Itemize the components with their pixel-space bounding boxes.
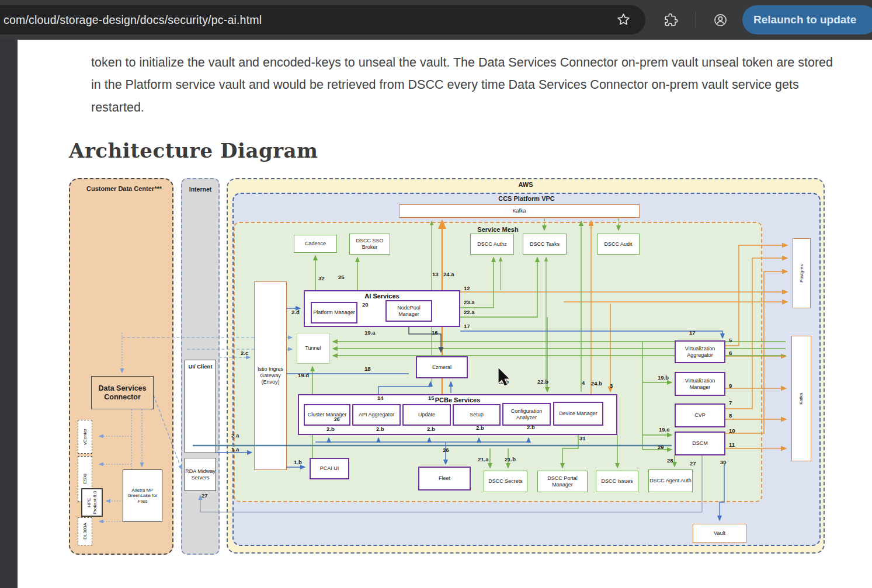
flow-label-1a: 1.a: [231, 446, 239, 453]
flow-label-2a: 2.a: [231, 432, 239, 439]
internet-label: Internet: [182, 186, 218, 193]
flow-label-24b: 24.b: [591, 380, 602, 387]
flow-label-29: 29: [658, 444, 664, 450]
node-dscc-sso-broker: DSCC SSO Broker: [349, 234, 390, 255]
node-device-manager: Device Manager: [553, 402, 603, 426]
node-dscc-authz: DSCC Authz: [470, 234, 514, 255]
node-configuration-analyzer: Configuration Analyzer: [502, 403, 551, 426]
star-icon[interactable]: [616, 12, 631, 27]
node-alletra-greenlake: Alletra MP GreenLake for Files: [123, 469, 162, 522]
flow-label-24a: 24.a: [443, 271, 454, 277]
flow-label-18: 18: [364, 366, 371, 372]
flow-label-26: 26: [443, 447, 449, 453]
flow-label-15: 15: [428, 395, 435, 401]
flow-label-28: 28: [667, 457, 673, 464]
flow-label-5: 5: [729, 337, 732, 343]
flow-label-7: 7: [729, 399, 732, 406]
flow-label-2b3: 2.b: [427, 426, 435, 432]
flow-label-4: 4: [582, 380, 585, 386]
node-virtualization-manager: Virtualization Manager: [675, 372, 725, 396]
flow-label-19d: 19.d: [298, 372, 309, 378]
node-vault: Vault: [693, 524, 746, 543]
flow-label-26s: 26: [334, 416, 339, 422]
flow-label-19b: 19.b: [658, 374, 669, 381]
flow-label-10: 10: [729, 427, 735, 434]
page-title: Architecture Diagram: [69, 139, 318, 162]
flow-label-22a: 22.a: [464, 309, 475, 315]
flow-label-2b1: 2.b: [326, 426, 335, 432]
node-api-aggregator: API Aggregator: [352, 404, 401, 426]
node-dscc-secrets: DSCC Secrets: [484, 471, 527, 492]
node-virtualization-aggregator: Virtualization Aggregator: [675, 340, 725, 363]
person-icon[interactable]: [713, 13, 728, 27]
node-postgres: Postgres: [793, 238, 811, 308]
flow-label-12: 12: [464, 285, 470, 291]
relaunch-to-update-button[interactable]: Relaunch to update: [742, 5, 872, 34]
node-ui-client: UI/ Client: [185, 360, 216, 453]
flow-label-2b4: 2.b: [476, 425, 484, 431]
node-dl380a: DL380A: [78, 517, 92, 545]
ai-services-title: AI Services: [305, 293, 459, 300]
body-paragraph: token to initialize the vault and encode…: [91, 51, 834, 119]
flow-label-2b2: 2.b: [376, 426, 384, 432]
flow-label-2c: 2.c: [241, 350, 248, 356]
node-data-services-connector: Data Services Connector: [91, 376, 154, 409]
window-left-edge: [0, 40, 18, 588]
flow-label-27b: 27: [690, 460, 696, 467]
aws-label: AWS: [228, 181, 824, 188]
node-nodepool-manager: NodePool Manager: [385, 300, 432, 322]
flow-label-21b: 21.b: [505, 456, 516, 462]
flow-label-11: 11: [729, 441, 735, 448]
flow-label-19c: 19.c: [659, 426, 670, 433]
node-tunnel: Tunnel: [297, 333, 329, 364]
flow-label-13: 13: [432, 271, 439, 277]
flow-label-21a: 21.a: [478, 456, 489, 462]
flow-label-31: 31: [579, 435, 586, 441]
node-hpe-proliant: HPE Proliant 8.0: [81, 488, 103, 517]
address-bar[interactable]: com/cloud/storage-design/docs/security/p…: [0, 5, 645, 34]
url-text[interactable]: com/cloud/storage-design/docs/security/p…: [4, 13, 262, 27]
node-dscc-issues: DSCC Issues: [596, 471, 638, 492]
node-fleet: Fleet: [418, 467, 471, 490]
flow-label-23b: 23.b: [498, 378, 509, 385]
node-kafka-right: Kafka: [791, 336, 811, 461]
flow-label-2b5: 2.b: [527, 424, 535, 430]
flow-label-27a: 27: [202, 492, 208, 499]
flow-label-16: 16: [432, 329, 438, 336]
node-dscc-audit: DSCC Audit: [597, 234, 640, 255]
puzzle-icon[interactable]: [663, 13, 678, 27]
customer-data-center-label: Customer Data Center***: [86, 185, 162, 192]
flow-label-20: 20: [362, 301, 369, 308]
relaunch-label: Relaunch to update: [753, 13, 856, 26]
node-dscc-agent-auth: DSCC Agent Auth: [648, 469, 693, 492]
node-rda-midway-servers: RDA Midway Servers: [185, 458, 216, 491]
node-platform-manager: Platform Manager: [311, 302, 357, 323]
flow-label-17b: 17: [689, 329, 696, 336]
node-setup: Setup: [453, 404, 501, 426]
node-cvp: CVP: [675, 403, 725, 427]
flow-label-9: 9: [729, 382, 732, 389]
flow-label-2d: 2.d: [291, 309, 300, 315]
node-dscc-portal-manager: DSCC Portal Manager: [537, 471, 588, 492]
flow-label-22b: 22.b: [537, 378, 548, 385]
flow-label-14: 14: [377, 395, 384, 401]
flow-label-6: 6: [729, 350, 732, 356]
node-ezmeral: Ezmeral: [416, 356, 468, 378]
node-cluster-manager: Cluster Manager: [304, 404, 350, 426]
node-update: Update: [402, 404, 451, 426]
flow-label-32: 32: [318, 275, 325, 281]
vpc-label: CCS Platform VPC: [234, 195, 819, 202]
flow-label-1b: 1.b: [294, 459, 302, 465]
node-dscm: DSCM: [675, 432, 725, 455]
flow-label-17a: 17: [464, 323, 470, 329]
flow-label-8: 8: [729, 412, 732, 419]
flow-label-25: 25: [338, 274, 345, 280]
browser-toolbar: com/cloud/storage-design/docs/security/p…: [0, 0, 872, 40]
service-mesh-label: Service Mesh: [235, 226, 761, 233]
flow-label-23a: 23.a: [464, 299, 475, 305]
node-vcenter: vCenter: [78, 420, 92, 454]
node-pcai-ui: PCAI UI: [310, 458, 349, 479]
node-dscc-tasks: DSCC Tasks: [523, 234, 567, 255]
screen: com/cloud/storage-design/docs/security/p…: [0, 0, 872, 588]
node-kafka-top: Kafka: [399, 204, 640, 218]
